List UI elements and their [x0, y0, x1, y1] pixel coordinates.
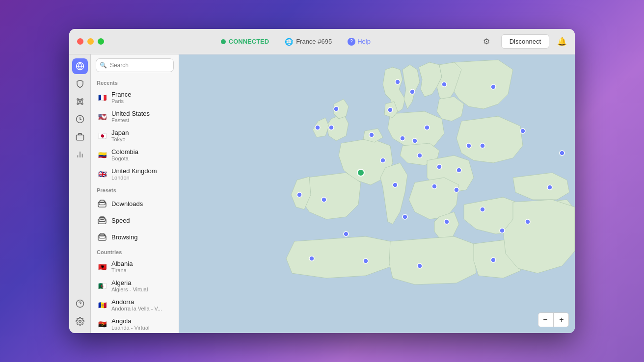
downloads-icon	[97, 198, 107, 209]
colombia-flag: 🇨🇴	[97, 150, 107, 160]
sidebar-icons	[69, 54, 91, 333]
countries-label: Countries	[91, 245, 179, 257]
angola-name: Angola	[111, 317, 149, 325]
minimize-button[interactable]	[87, 38, 94, 45]
andorra-name: Andorra	[111, 298, 162, 306]
recent-item-us[interactable]: 🇺🇸 United States Fastest	[91, 107, 179, 126]
title-bar-center: CONNECTED 🌐 France #695 ? Help	[112, 38, 480, 46]
help-icon: ?	[348, 38, 355, 46]
sidebar-item-shield[interactable]	[72, 76, 88, 92]
svg-point-3	[81, 99, 83, 100]
preset-browsing[interactable]: Browsing	[91, 229, 179, 245]
svg-point-35	[369, 132, 374, 137]
sidebar-item-world[interactable]	[72, 58, 88, 74]
recent-item-uk[interactable]: 🇬🇧 United Kingdom London	[91, 164, 179, 183]
zoom-in-button[interactable]: +	[555, 313, 568, 327]
recent-item-japan[interactable]: 🇯🇵 Japan Tokyo	[91, 126, 179, 145]
svg-point-64	[402, 214, 407, 219]
close-button[interactable]	[77, 38, 83, 45]
svg-point-52	[393, 182, 398, 187]
france-name: France	[111, 91, 131, 98]
country-item-albania[interactable]: 🇦🇱 Albania Tirana	[91, 257, 179, 276]
svg-point-43	[417, 153, 422, 158]
svg-point-6	[79, 101, 80, 103]
svg-point-33	[357, 169, 364, 176]
speed-label: Speed	[111, 217, 130, 224]
server-name: France #695	[296, 38, 332, 45]
search-wrapper: 🔍	[96, 58, 174, 72]
france-flag: 🇫🇷	[97, 92, 107, 103]
sidebar-item-help[interactable]	[72, 296, 88, 311]
svg-point-65	[344, 232, 349, 236]
notification-bell-icon[interactable]: 🔔	[557, 37, 567, 46]
country-item-andorra[interactable]: 🇦🇩 Andorra Andorra la Vella - V...	[91, 295, 179, 314]
albania-city: Tirana	[111, 267, 133, 273]
uk-name: United Kingdom	[111, 167, 157, 175]
help-link[interactable]: ? Help	[348, 38, 371, 46]
algeria-city: Algiers - Virtual	[111, 286, 148, 292]
svg-rect-14	[76, 135, 83, 140]
sidebar-item-settings[interactable]	[72, 313, 88, 329]
france-city: Paris	[111, 98, 131, 104]
settings-icon-btn[interactable]: ⚙	[480, 35, 493, 49]
us-city: Fastest	[111, 117, 150, 123]
app-window: CONNECTED 🌐 France #695 ? Help ⚙ Disconn…	[69, 29, 575, 333]
country-item-angola[interactable]: 🇦🇴 Angola Luanda - Virtual	[91, 314, 179, 333]
svg-point-46	[454, 187, 459, 192]
presets-label: Presets	[91, 183, 179, 195]
svg-point-5	[81, 103, 83, 104]
connected-label: CONNECTED	[229, 38, 269, 45]
search-bar: 🔍	[91, 54, 179, 76]
svg-point-50	[480, 143, 485, 148]
svg-point-40	[388, 107, 393, 112]
sidebar-item-meshnet[interactable]	[72, 94, 88, 109]
server-info[interactable]: 🌐 France #695	[285, 38, 332, 46]
japan-flag: 🇯🇵	[97, 130, 107, 141]
svg-point-48	[444, 219, 449, 224]
japan-city: Tokyo	[111, 136, 129, 142]
svg-point-55	[315, 125, 320, 130]
recent-item-france[interactable]: 🇫🇷 France Paris	[91, 88, 179, 107]
browsing-label: Browsing	[111, 233, 137, 241]
sidebar-item-darkweb[interactable]	[72, 129, 88, 145]
sidebar-list: 🔍 Recents 🇫🇷 France Paris 🇺🇸 United Stat…	[91, 54, 179, 333]
svg-point-60	[491, 258, 496, 262]
recent-item-colombia[interactable]: 🇨🇴 Colombia Bogota	[91, 145, 179, 164]
svg-point-32	[329, 125, 334, 130]
country-item-algeria[interactable]: 🇩🇿 Algeria Algiers - Virtual	[91, 276, 179, 295]
colombia-name: Colombia	[111, 148, 138, 155]
svg-point-53	[380, 158, 385, 163]
zoom-out-button[interactable]: −	[538, 313, 552, 327]
svg-point-61	[500, 228, 505, 233]
japan-name: Japan	[111, 129, 129, 136]
preset-downloads[interactable]: Downloads	[91, 195, 179, 212]
svg-point-51	[491, 84, 496, 89]
search-icon: 🔍	[100, 62, 107, 69]
svg-point-57	[309, 256, 314, 261]
disconnect-button[interactable]: Disconnect	[501, 34, 549, 49]
sidebar-item-threatprotection[interactable]	[72, 111, 88, 127]
svg-point-34	[322, 197, 326, 202]
maximize-button[interactable]	[98, 38, 104, 45]
map-svg	[179, 54, 575, 333]
main-content: 🔍 Recents 🇫🇷 France Paris 🇺🇸 United Stat…	[69, 54, 575, 333]
browsing-icon	[97, 232, 107, 242]
svg-point-44	[437, 164, 442, 169]
svg-point-21	[79, 320, 81, 323]
title-bar-right: ⚙ Disconnect 🔔	[480, 34, 567, 49]
preset-speed[interactable]: Speed	[91, 212, 179, 229]
svg-rect-31	[179, 55, 575, 333]
map-area[interactable]: − +	[179, 54, 575, 333]
gear-icon: ⚙	[483, 37, 490, 46]
downloads-label: Downloads	[111, 200, 143, 207]
albania-flag: 🇦🇱	[97, 261, 107, 272]
angola-flag: 🇦🇴	[97, 319, 107, 330]
search-input[interactable]	[96, 58, 174, 72]
sidebar-item-stats[interactable]	[72, 147, 88, 162]
svg-point-67	[520, 129, 525, 133]
svg-line-12	[80, 100, 81, 101]
uk-flag: 🇬🇧	[97, 169, 107, 180]
albania-name: Albania	[111, 260, 133, 267]
svg-point-59	[417, 263, 422, 268]
us-flag: 🇺🇸	[97, 111, 107, 122]
